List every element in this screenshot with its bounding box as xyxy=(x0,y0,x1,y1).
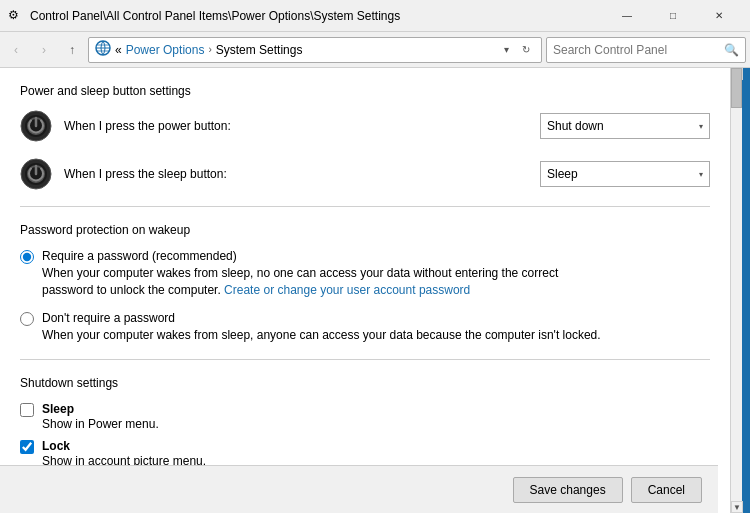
scrollbar-track: ▲ ▼ xyxy=(730,68,742,513)
search-icon[interactable]: 🔍 xyxy=(724,43,739,57)
content-area: Power and sleep button settings When I p… xyxy=(0,68,750,513)
minimize-button[interactable]: — xyxy=(604,0,650,32)
shutdown-section-title: Shutdown settings xyxy=(20,376,710,390)
sleep-button-value: Sleep xyxy=(547,167,578,181)
sleep-checkbox[interactable] xyxy=(20,403,34,417)
cancel-button[interactable]: Cancel xyxy=(631,477,702,503)
power-button-row: When I press the power button: Shut down… xyxy=(20,110,710,142)
breadcrumb-separator: › xyxy=(208,44,211,55)
lock-checkbox-label: Lock xyxy=(42,439,710,453)
breadcrumb-power-options[interactable]: Power Options xyxy=(126,43,205,57)
address-bar[interactable]: « Power Options › System Settings ▾ ↻ xyxy=(88,37,542,63)
create-change-password-link[interactable]: Create or change your user account passw… xyxy=(224,283,470,297)
address-controls: ▾ ↻ xyxy=(497,41,535,59)
no-require-password-desc: When your computer wakes from sleep, any… xyxy=(42,327,710,344)
no-require-password-radio[interactable] xyxy=(20,312,34,326)
globe-icon xyxy=(95,40,111,59)
forward-button[interactable]: › xyxy=(32,38,56,62)
dropdown-arrow-icon2: ▾ xyxy=(699,170,703,179)
no-require-password-title: Don't require a password xyxy=(42,311,710,325)
require-password-desc1: When your computer wakes from sleep, no … xyxy=(42,266,558,280)
footer: Save changes Cancel xyxy=(0,465,718,513)
sleep-checkbox-option: Sleep Show in Power menu. xyxy=(20,402,710,431)
sleep-checkbox-desc: Show in Power menu. xyxy=(42,417,710,431)
search-box[interactable]: 🔍 xyxy=(546,37,746,63)
breadcrumb-current: System Settings xyxy=(216,43,303,57)
require-password-desc2: password to unlock the computer. xyxy=(42,283,221,297)
divider-2 xyxy=(20,359,710,360)
scroll-down-arrow[interactable]: ▼ xyxy=(731,501,743,513)
require-password-desc: When your computer wakes from sleep, no … xyxy=(42,265,710,299)
titlebar: ⚙ Control Panel\All Control Panel Items\… xyxy=(0,0,750,32)
search-input[interactable] xyxy=(553,43,720,57)
sleep-checkbox-label: Sleep xyxy=(42,402,710,416)
address-dropdown-button[interactable]: ▾ xyxy=(497,41,515,59)
panel-content: Power and sleep button settings When I p… xyxy=(0,68,730,513)
window-icon: ⚙ xyxy=(8,8,24,24)
require-password-title: Require a password (recommended) xyxy=(42,249,710,263)
lock-checkbox[interactable] xyxy=(20,440,34,454)
sleep-checkbox-content: Sleep Show in Power menu. xyxy=(42,402,710,431)
main-panel: Power and sleep button settings When I p… xyxy=(0,68,730,513)
sleep-button-dropdown[interactable]: Sleep ▾ xyxy=(540,161,710,187)
close-button[interactable]: ✕ xyxy=(696,0,742,32)
breadcrumb-prefix: « xyxy=(115,43,122,57)
dropdown-arrow-icon: ▾ xyxy=(699,122,703,131)
sleep-button-row: When I press the sleep button: Sleep ▾ xyxy=(20,158,710,190)
refresh-button[interactable]: ↻ xyxy=(517,41,535,59)
radio-group: Require a password (recommended) When yo… xyxy=(20,249,710,343)
sleep-button-label: When I press the sleep button: xyxy=(64,167,528,181)
power-button-icon xyxy=(20,110,52,142)
back-button[interactable]: ‹ xyxy=(4,38,28,62)
up-button[interactable]: ↑ xyxy=(60,38,84,62)
sleep-button-icon xyxy=(20,158,52,190)
require-password-content: Require a password (recommended) When yo… xyxy=(42,249,710,299)
divider-1 xyxy=(20,206,710,207)
breadcrumb: « Power Options › System Settings xyxy=(115,43,493,57)
navbar: ‹ › ↑ « Power Options › System Settings … xyxy=(0,32,750,68)
right-accent xyxy=(742,68,750,513)
password-section-title: Password protection on wakeup xyxy=(20,223,710,237)
power-button-label: When I press the power button: xyxy=(64,119,528,133)
titlebar-controls: — □ ✕ xyxy=(604,0,742,32)
require-password-option: Require a password (recommended) When yo… xyxy=(20,249,710,299)
power-button-value: Shut down xyxy=(547,119,604,133)
no-require-password-option: Don't require a password When your compu… xyxy=(20,311,710,344)
scrollbar-thumb[interactable] xyxy=(731,68,742,108)
power-sleep-section-title: Power and sleep button settings xyxy=(20,84,710,98)
require-password-radio[interactable] xyxy=(20,250,34,264)
save-changes-button[interactable]: Save changes xyxy=(513,477,623,503)
window-title: Control Panel\All Control Panel Items\Po… xyxy=(30,9,604,23)
maximize-button[interactable]: □ xyxy=(650,0,696,32)
no-require-password-content: Don't require a password When your compu… xyxy=(42,311,710,344)
scrollbar-empty xyxy=(731,80,742,501)
checkbox-group: Sleep Show in Power menu. Lock Show in a… xyxy=(20,402,710,468)
power-button-dropdown[interactable]: Shut down ▾ xyxy=(540,113,710,139)
